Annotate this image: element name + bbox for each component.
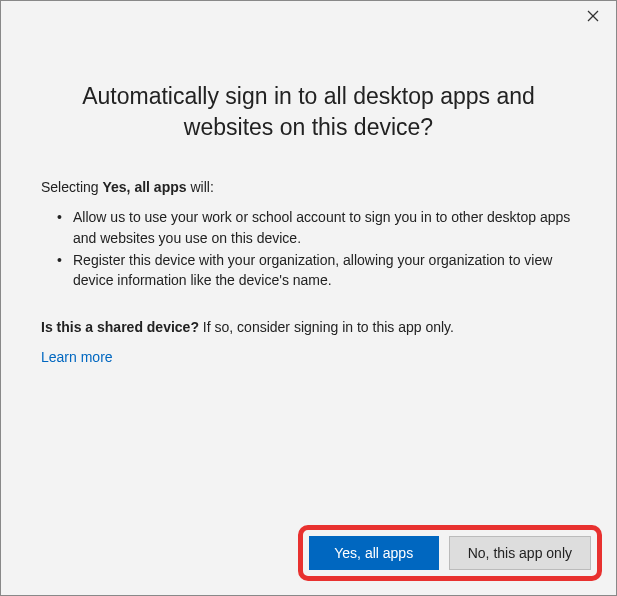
- titlebar: [1, 1, 616, 33]
- intro-prefix: Selecting: [41, 179, 102, 195]
- list-item: Register this device with your organizat…: [73, 250, 576, 291]
- dialog-heading: Automatically sign in to all desktop app…: [41, 81, 576, 143]
- shared-device-text: Is this a shared device? If so, consider…: [41, 319, 576, 335]
- yes-all-apps-button[interactable]: Yes, all apps: [309, 536, 439, 570]
- list-item: Allow us to use your work or school acco…: [73, 207, 576, 248]
- shared-bold: Is this a shared device?: [41, 319, 199, 335]
- dialog-content: Automatically sign in to all desktop app…: [1, 33, 616, 595]
- close-button[interactable]: [570, 1, 616, 31]
- intro-text: Selecting Yes, all apps will:: [41, 177, 576, 197]
- close-icon: [587, 10, 599, 22]
- signin-dialog: Automatically sign in to all desktop app…: [0, 0, 617, 596]
- intro-suffix: will:: [187, 179, 214, 195]
- learn-more-link[interactable]: Learn more: [41, 349, 576, 365]
- button-row-highlight: Yes, all apps No, this app only: [298, 525, 602, 581]
- no-this-app-only-button[interactable]: No, this app only: [449, 536, 591, 570]
- shared-rest: If so, consider signing in to this app o…: [199, 319, 454, 335]
- intro-bold: Yes, all apps: [102, 179, 186, 195]
- bullet-list: Allow us to use your work or school acco…: [41, 207, 576, 292]
